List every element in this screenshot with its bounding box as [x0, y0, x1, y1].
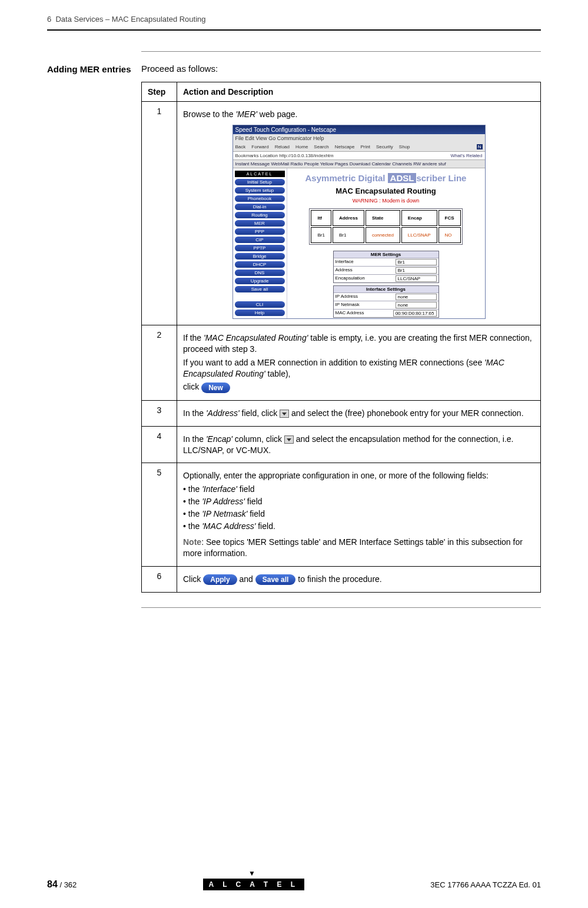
screenshot-mer-page: Speed Touch Configuration - Netscape Fil…: [232, 125, 486, 319]
sidebar-item: System setup: [235, 187, 285, 194]
step-content: Click Apply and Save all to finish the p…: [177, 566, 541, 592]
step-number: 5: [142, 463, 177, 566]
sidebar-item: DHCP: [235, 261, 285, 268]
warning-text: WARNING : Modem is down: [291, 198, 481, 204]
step-content: If the 'MAC Encapsulated Routing' table …: [177, 325, 541, 400]
table-row: 4 In the 'Encap' column, click and selec…: [142, 426, 541, 463]
mer-settings-box: MER Settings InterfaceBr1 AddressBr1 Enc…: [333, 251, 439, 283]
page-number: 84: [47, 879, 58, 889]
step-number: 3: [142, 400, 177, 426]
mer-status-table: Itf Address State Encap FCS Br1 Br1: [309, 208, 462, 245]
step-number: 2: [142, 325, 177, 400]
sidebar-item: DNS: [235, 270, 285, 276]
dropdown-icon[interactable]: [284, 435, 294, 444]
alcatel-logo: ALCATEL: [235, 171, 285, 177]
sidebar-item: PPTP: [235, 245, 285, 251]
sidebar-item: CIP: [235, 237, 285, 243]
step-number: 6: [142, 566, 177, 592]
sidebar-item: Bridge: [235, 253, 285, 260]
save-all-button[interactable]: Save all: [255, 574, 296, 585]
table-row: 1 Browse to the 'MER' web page. Speed To…: [142, 102, 541, 325]
step-number: 4: [142, 426, 177, 463]
table-row: 6 Click Apply and Save all to finish the…: [142, 566, 541, 592]
step-content: In the 'Address' field, click and select…: [177, 400, 541, 426]
sidebar-item: Dial-in: [235, 204, 285, 210]
adsl-banner: Asymmetric Digital ADSLscriber Line: [291, 173, 481, 183]
side-heading: Adding MER entries: [47, 64, 141, 593]
table-row: 5 Optionally, enter the appropriate conf…: [142, 463, 541, 566]
dropdown-icon[interactable]: [280, 410, 289, 418]
panel-title: MAC Encapsulated Routing: [291, 187, 481, 195]
location-bar: Bookmarks Location http://10.0.0.138/ind…: [233, 152, 485, 160]
section-rule-top: [141, 51, 541, 52]
sidebar-item: Upgrade: [235, 278, 285, 284]
col-action: Action and Description: [177, 82, 541, 102]
step-content: In the 'Encap' column, click and select …: [177, 426, 541, 463]
sidebar-item: Phonebook: [235, 195, 285, 202]
alcatel-logo: A L C A T E L: [203, 879, 304, 890]
sidebar-item: Help: [235, 310, 285, 316]
section-rule-bottom: [141, 607, 541, 608]
sidebar-item: Routing: [235, 212, 285, 218]
table-row: 2 If the 'MAC Encapsulated Routing' tabl…: [142, 325, 541, 400]
page-total: / 362: [58, 880, 77, 889]
chapter-title: Data Services – MAC Encapsulated Routing: [55, 15, 205, 24]
window-menubar: File Edit View Go Communicator Help: [233, 134, 485, 142]
step-number: 1: [142, 102, 177, 325]
interface-settings-box: Interface Settings IP Addressnone IP Net…: [333, 285, 439, 318]
apply-button[interactable]: Apply: [203, 574, 237, 585]
step-content: Optionally, enter the appropriate config…: [177, 463, 541, 566]
intro-text: Proceed as follows:: [141, 64, 541, 74]
header-rule: [47, 29, 541, 31]
main-panel: Asymmetric Digital ADSLscriber Line MAC …: [287, 168, 485, 318]
step-content: Browse to the 'MER' web page. Speed Touc…: [177, 102, 541, 325]
sidebar-item: MER: [235, 220, 285, 227]
note-label: Note: [183, 537, 201, 547]
page-header: 6 Data Services – MAC Encapsulated Routi…: [47, 15, 541, 24]
page-footer: 84 / 362 A L C A T E L 3EC 17766 AAAA TC…: [47, 879, 541, 890]
window-titlebar: Speed Touch Configuration - Netscape: [233, 125, 485, 134]
table-row: 3 In the 'Address' field, click and sele…: [142, 400, 541, 426]
new-button[interactable]: New: [201, 383, 230, 393]
sidebar-item: PPP: [235, 228, 285, 235]
chapter-number: 6: [47, 15, 51, 24]
sidebar-item: Initial Setup: [235, 179, 285, 185]
col-step: Step: [142, 82, 177, 102]
status-bar: Document: Done: [233, 318, 485, 319]
browser-toolbar: Back Forward Reload Home Search Netscape…: [233, 142, 485, 152]
sidebar-item: CLI: [235, 301, 285, 308]
sidebar: ALCATEL Initial Setup System setup Phone…: [233, 168, 287, 318]
doc-id: 3EC 17766 AAAA TCZZA Ed. 01: [430, 880, 541, 889]
netscape-icon: N: [477, 144, 483, 149]
personal-toolbar: Instant Message WebMail Radio People Yel…: [233, 160, 485, 168]
steps-table: Step Action and Description 1 Browse to …: [141, 82, 541, 593]
sidebar-item: Save all: [235, 286, 285, 292]
